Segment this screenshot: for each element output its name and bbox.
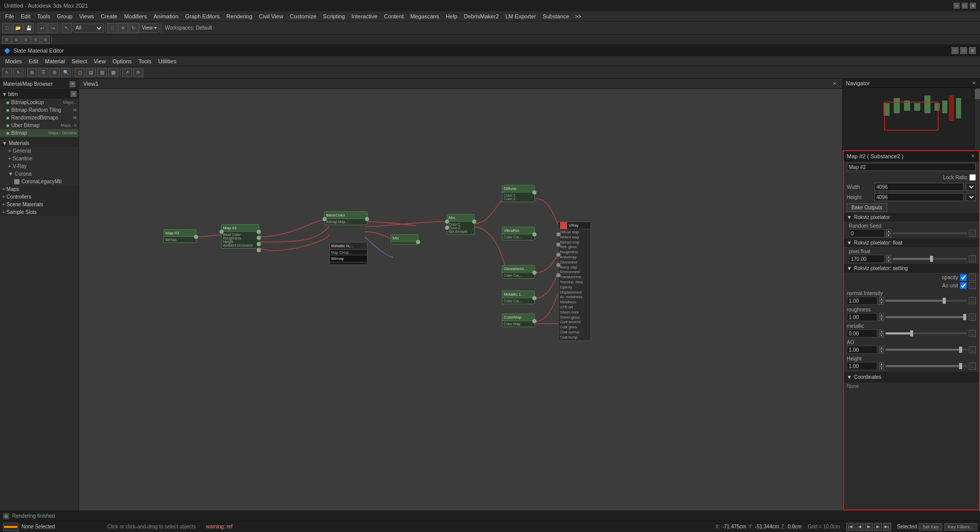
rect-select-btn[interactable]: □ — [107, 23, 117, 33]
key-filters-btn[interactable]: Key Filters... — [944, 523, 977, 530]
snap4-btn[interactable]: S — [31, 36, 40, 44]
random-seed-slider[interactable] — [893, 232, 967, 234]
slate-tool-12[interactable]: ⟳ — [133, 68, 143, 77]
section-rokviz-float[interactable]: ▼ Rokviz pixelator: float — [844, 238, 979, 248]
slate-tool-6[interactable]: 🔍 — [61, 68, 71, 77]
pixel-float-up[interactable]: ▲ — [886, 255, 891, 259]
menu-help[interactable]: Help — [443, 12, 460, 20]
opacity-checkbox[interactable] — [960, 274, 967, 281]
random-seed-more[interactable]: … — [969, 230, 976, 237]
node-mix-top[interactable]: Mix Color 1 Color 2 Mix Amount — [447, 214, 475, 235]
height-param-more[interactable]: … — [969, 362, 976, 370]
normal-intensity-slider[interactable] — [886, 300, 967, 302]
view-dropdown[interactable]: View ▾ — [139, 23, 159, 33]
browser-item-corona-legacy[interactable]: CoronaLegacyMtl — [0, 178, 79, 185]
prev-frame-btn[interactable]: ◀ — [855, 523, 864, 531]
category-scene-materials[interactable]: + Scene Materials — [0, 201, 79, 208]
section-rokviz-setting[interactable]: ▼ Rokviz pixelator: setting — [844, 264, 979, 273]
node-glossiness[interactable]: Glossiness... Color Cor... — [502, 265, 535, 279]
next-frame-btn[interactable]: ▶ — [874, 523, 882, 531]
menu-rendering[interactable]: Rendering — [224, 12, 256, 20]
menu-interactive[interactable]: Interactive — [349, 12, 381, 20]
slate-menu-material[interactable]: Material — [42, 57, 68, 65]
category-maps[interactable]: + Maps — [0, 185, 79, 193]
ao-unit-checkbox[interactable] — [960, 282, 967, 289]
category-vray[interactable]: + V-Ray — [0, 162, 79, 170]
height-input[interactable] — [874, 193, 964, 201]
menu-graph-editors[interactable]: Graph Editors — [182, 12, 223, 20]
menu-lm-exporter[interactable]: LM Exporter — [502, 12, 539, 20]
menu-debrismaker[interactable]: DebrisMaker2 — [461, 12, 502, 20]
navigator-scrollbar[interactable] — [974, 88, 980, 150]
category-materials[interactable]: ▼ Materials — [0, 139, 79, 147]
slate-menu-view[interactable]: View — [91, 57, 109, 65]
node-metallic1-color[interactable]: Metallic 1... Color Cor... — [502, 291, 535, 304]
normal-intensity-up[interactable]: ▲ — [879, 297, 884, 301]
menu-edit[interactable]: Edit — [18, 12, 34, 20]
browser-item-bitmap[interactable]: ■ Bitmap Maps - General — [0, 129, 79, 137]
metallic-down[interactable]: ▼ — [879, 333, 884, 337]
height-param-down[interactable]: ▼ — [879, 366, 884, 370]
select-obj-btn[interactable]: ↖ — [62, 23, 72, 33]
metallic-input[interactable] — [847, 329, 877, 337]
ao-slider[interactable] — [886, 349, 967, 351]
close-btn[interactable]: ✕ — [970, 3, 976, 9]
section-rokviz-pixelator[interactable]: ▼ Rokviz pixelator — [844, 213, 979, 222]
move-btn[interactable]: ✛ — [118, 23, 128, 33]
slate-menu-tools[interactable]: Tools — [135, 57, 155, 65]
browser-item-randomized[interactable]: ■ RandomizedBitmaps M — [0, 114, 79, 122]
coordinates-section[interactable]: ▼ Coordinates — [844, 371, 979, 382]
height-unit-select[interactable] — [966, 193, 976, 201]
roughness-up[interactable]: ▲ — [879, 313, 884, 317]
slate-tool-5[interactable]: ⚙ — [50, 68, 60, 77]
slate-tool-11[interactable]: ↗ — [122, 68, 132, 77]
normal-intensity-down[interactable]: ▼ — [879, 301, 884, 305]
slate-tool-9[interactable]: ▨ — [97, 68, 107, 77]
node-mix-mid[interactable]: Mix — [390, 234, 419, 245]
roughness-more[interactable]: … — [969, 313, 976, 321]
slate-minimize-btn[interactable]: ─ — [951, 47, 959, 54]
random-seed-down[interactable]: ▼ — [886, 233, 891, 237]
category-controllers[interactable]: + Controllers — [0, 193, 79, 201]
height-param-slider[interactable] — [886, 365, 967, 367]
properties-close-btn[interactable]: ✕ — [970, 153, 976, 159]
slate-tool-8[interactable]: ▤ — [86, 68, 96, 77]
slate-menu-edit[interactable]: Edit — [26, 57, 41, 65]
metallic-more[interactable]: … — [969, 330, 976, 337]
snap3-btn[interactable]: S — [21, 36, 31, 44]
menu-modifiers[interactable]: Modifiers — [121, 12, 150, 20]
pixel-float-down[interactable]: ▼ — [886, 259, 891, 263]
browser-item-bitmap-lookup[interactable]: ■ BitmapLookup Maps... — [0, 99, 79, 106]
browser-item-uber-bitmap[interactable]: ■ Uber Bitmap Maps - 0 — [0, 122, 79, 129]
view-close-btn[interactable]: ✕ — [831, 80, 838, 87]
menu-civil-view[interactable]: Civil View — [256, 12, 286, 20]
snap-btn[interactable]: S — [2, 36, 11, 44]
play-btn[interactable]: ▶ — [865, 523, 873, 531]
slate-menu-select[interactable]: Select — [68, 57, 90, 65]
menu-scripting[interactable]: Scripting — [320, 12, 348, 20]
ao-down[interactable]: ▼ — [879, 350, 884, 354]
slate-tool-1[interactable]: ↖ — [2, 68, 12, 77]
slate-menu-utilities[interactable]: Utilities — [155, 57, 179, 65]
opacity-more[interactable]: … — [969, 274, 976, 281]
menu-substance[interactable]: Substance — [540, 12, 572, 20]
metallic-slider[interactable] — [886, 332, 967, 334]
width-input[interactable] — [874, 183, 964, 191]
bake-outputs-btn[interactable]: Bake Outputs — [847, 203, 887, 212]
browser-close-btn[interactable]: ✕ — [69, 81, 76, 87]
snap2-btn[interactable]: S — [12, 36, 21, 44]
roughness-input[interactable] — [847, 313, 877, 321]
navigator-close-btn[interactable]: ✕ — [971, 80, 977, 86]
ao-up[interactable]: ▲ — [879, 346, 884, 350]
roughness-slider[interactable] — [886, 316, 967, 318]
metallic-up[interactable]: ▲ — [879, 329, 884, 333]
random-seed-input[interactable] — [849, 229, 885, 237]
search-close-btn[interactable]: ✕ — [70, 91, 77, 97]
node-canvas[interactable]: Map #3 Bitmap Map #2 Base Color Roughnes… — [79, 89, 842, 511]
pixel-float-more[interactable]: … — [969, 255, 976, 262]
save-btn[interactable]: 💾 — [23, 23, 34, 33]
menu-customize[interactable]: Customize — [287, 12, 320, 20]
slate-tool-10[interactable]: ▦ — [108, 68, 118, 77]
next-key-btn[interactable]: ▶| — [883, 523, 891, 531]
navigator-scroll-thumb[interactable] — [975, 89, 980, 99]
